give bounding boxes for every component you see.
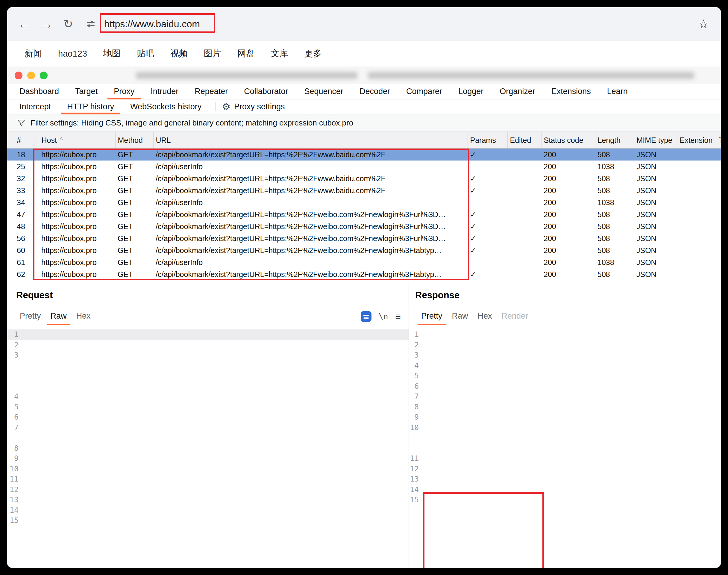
line-number: 3 bbox=[409, 350, 421, 361]
editor-tab[interactable]: Render bbox=[497, 311, 533, 325]
site-controls-icon[interactable] bbox=[85, 19, 96, 29]
zoom-window-button[interactable] bbox=[40, 72, 47, 79]
baidu-nav-link[interactable]: 更多 bbox=[304, 47, 322, 60]
cell-url: /c/api/userInfo bbox=[153, 256, 468, 268]
reload-icon[interactable]: ↻ bbox=[64, 18, 73, 30]
editor-tab[interactable]: Hex bbox=[72, 311, 96, 325]
col-header-method[interactable]: Method bbox=[115, 132, 153, 148]
line-number bbox=[7, 381, 23, 392]
editor-tab[interactable]: Raw bbox=[46, 311, 72, 325]
table-row[interactable]: 60 https://cubox.pro GET /c/api/bookmark… bbox=[7, 244, 721, 256]
code-line: 10 Sec-Fetch-Dest: empty bbox=[7, 464, 409, 474]
main-tab-label: Extensions bbox=[551, 87, 591, 96]
baidu-nav-link[interactable]: 新闻 bbox=[25, 47, 42, 60]
col-header-edited[interactable]: Edited bbox=[507, 132, 541, 148]
line-number: 11 bbox=[7, 474, 23, 484]
code-text: "message":"", bbox=[421, 515, 545, 526]
close-window-button[interactable] bbox=[15, 72, 23, 79]
cell-params-check: ✓ bbox=[468, 232, 507, 244]
baidu-nav-link[interactable]: 地图 bbox=[103, 47, 121, 60]
table-row[interactable]: 56 https://cubox.pro GET /c/api/bookmark… bbox=[7, 232, 721, 244]
table-row[interactable]: 34 https://cubox.pro GET /c/api/userInfo… bbox=[7, 197, 721, 208]
code-line: 3 Cookie: ██████████████████ ███████████… bbox=[7, 350, 409, 361]
main-tab[interactable]: Extensions bbox=[543, 84, 599, 99]
sub-tab[interactable]: WebSockets history bbox=[122, 99, 210, 114]
cell-index: 32 bbox=[7, 172, 39, 184]
cell-params-check: ✓ bbox=[468, 148, 507, 161]
proxy-settings-button[interactable]: ⚙ Proxy settings bbox=[222, 99, 285, 114]
cell-params-check bbox=[468, 161, 507, 172]
table-row[interactable]: 48 https://cubox.pro GET /c/api/bookmark… bbox=[7, 221, 721, 232]
main-tab-label: Learn bbox=[607, 87, 628, 96]
back-icon[interactable]: ← bbox=[18, 18, 30, 30]
main-tab[interactable]: Decoder bbox=[352, 84, 398, 99]
cell-method: GET bbox=[115, 184, 153, 197]
burp-main-tabs: Dashboard Target Proxy Intruder Repeater… bbox=[7, 84, 721, 99]
baidu-nav-link[interactable]: 网盘 bbox=[238, 47, 255, 60]
table-row[interactable]: 61 https://cubox.pro GET /c/api/userInfo… bbox=[7, 256, 721, 268]
code-text: Access-Control-Allow-Headers: * bbox=[421, 381, 620, 392]
wrap-lines-icon[interactable] bbox=[361, 311, 371, 322]
baidu-nav-link[interactable]: 图片 bbox=[204, 47, 221, 60]
code-text bbox=[23, 505, 83, 516]
cell-length: 1038 bbox=[595, 161, 634, 172]
main-tab[interactable]: Organizer bbox=[492, 84, 543, 99]
table-row[interactable]: 47 https://cubox.pro GET /c/api/bookmark… bbox=[7, 208, 721, 221]
main-tab[interactable]: Learn bbox=[599, 84, 636, 99]
main-tab[interactable]: Proxy bbox=[106, 84, 143, 99]
col-header-status[interactable]: Status code bbox=[541, 132, 595, 148]
code-line: 0657bccc██████████████████████████████ █… bbox=[7, 371, 409, 381]
cell-index: 62 bbox=[7, 268, 39, 280]
address-bar-url[interactable]: https://www.baidu.com bbox=[104, 19, 200, 30]
main-tab[interactable]: Target bbox=[67, 84, 106, 99]
line-number: 14 bbox=[409, 484, 421, 495]
line-number: 13 bbox=[409, 474, 421, 484]
sub-tab[interactable]: Intercept bbox=[11, 99, 59, 114]
col-header-index[interactable]: # bbox=[7, 132, 39, 148]
main-tab[interactable]: Repeater bbox=[186, 84, 236, 99]
main-tab[interactable]: Logger bbox=[450, 84, 492, 99]
forward-icon[interactable]: → bbox=[41, 18, 53, 30]
col-header-extension[interactable]: Extension bbox=[677, 132, 716, 148]
main-tab[interactable]: Comparer bbox=[398, 84, 450, 99]
editor-tab[interactable]: Pretty bbox=[15, 311, 46, 325]
newline-toggle-icon[interactable]: \n bbox=[379, 312, 388, 321]
baidu-nav-link[interactable]: hao123 bbox=[58, 49, 87, 59]
col-header-mime[interactable]: MIME type bbox=[634, 132, 677, 148]
table-row[interactable]: 18 https://cubox.pro GET /c/api/bookmark… bbox=[7, 148, 721, 161]
table-row[interactable]: 32 https://cubox.pro GET /c/api/bookmark… bbox=[7, 172, 721, 184]
main-tab[interactable]: Sequencer bbox=[296, 84, 352, 99]
cell-mime: JSON bbox=[634, 221, 677, 232]
cell-title bbox=[716, 172, 721, 184]
col-header-host[interactable]: Host^ bbox=[39, 132, 115, 148]
col-header-params[interactable]: Params bbox=[468, 132, 507, 148]
col-header-length[interactable]: Length bbox=[595, 132, 634, 148]
baidu-nav-link[interactable]: 视频 bbox=[170, 47, 188, 60]
bookmark-star-icon[interactable]: ☆ bbox=[698, 17, 709, 31]
col-header-title[interactable]: T bbox=[716, 132, 721, 148]
minimize-window-button[interactable] bbox=[27, 72, 35, 79]
filter-settings-bar[interactable]: Filter settings: Hiding CSS, image and g… bbox=[7, 114, 721, 132]
main-tab[interactable]: Collaborator bbox=[236, 84, 296, 99]
cell-length: 508 bbox=[595, 208, 634, 221]
sub-tab[interactable]: HTTP history bbox=[59, 99, 122, 114]
baidu-nav-link[interactable]: 贴吧 bbox=[137, 47, 154, 60]
main-tab[interactable]: Intruder bbox=[143, 84, 186, 99]
editor-tab-label: Raw bbox=[50, 311, 67, 320]
code-line: GS1.1.17████████████████████ bbox=[7, 381, 409, 392]
editor-tab[interactable]: Hex bbox=[473, 311, 497, 325]
code-line: 1 GET /c/api/bookmark/exist?targetURL=ht… bbox=[7, 330, 409, 340]
editor-tab[interactable]: Pretty bbox=[416, 311, 447, 325]
editor-menu-icon[interactable]: ≡ bbox=[395, 312, 401, 322]
main-tab[interactable]: Dashboard bbox=[11, 84, 67, 99]
col-header-url[interactable]: URL bbox=[153, 132, 468, 148]
baidu-nav-link[interactable]: 文库 bbox=[271, 47, 288, 60]
code-line: 2 Date: Tue, 09 Apr 2024 01:31:35 GMT bbox=[409, 340, 721, 350]
code-line: 14 bbox=[409, 484, 721, 495]
table-row[interactable]: 25 https://cubox.pro GET /c/api/userInfo… bbox=[7, 161, 721, 172]
code-text: GS1.1.17████████████████████ bbox=[23, 381, 205, 392]
main-tab-label: Logger bbox=[458, 87, 483, 96]
table-row[interactable]: 33 https://cubox.pro GET /c/api/bookmark… bbox=[7, 184, 721, 197]
editor-tab[interactable]: Raw bbox=[447, 311, 473, 325]
table-row[interactable]: 62 https://cubox.pro GET /c/api/bookmark… bbox=[7, 268, 721, 280]
